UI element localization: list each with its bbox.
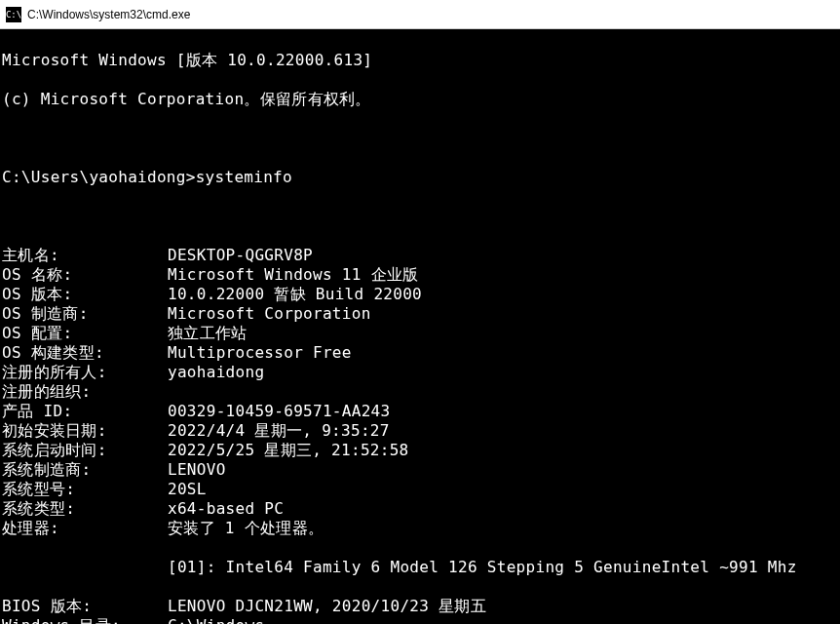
info-row: 系统制造商:LENOVO: [2, 460, 838, 480]
info-value: yaohaidong: [168, 363, 264, 382]
info-row: 处理器:安装了 1 个处理器。: [2, 519, 838, 538]
info-row: OS 配置:独立工作站: [2, 324, 838, 343]
info-label: Windows 目录:: [2, 616, 168, 624]
info-value: 00329-10459-69571-AA243: [168, 402, 390, 421]
info-value: 独立工作站: [168, 324, 248, 343]
info-label: OS 构建类型:: [2, 343, 168, 363]
processor-detail: [01]: Intel64 Family 6 Model 126 Steppin…: [168, 558, 838, 577]
info-row: 注册的所有人:yaohaidong: [2, 363, 838, 382]
info-label: 系统型号:: [2, 480, 168, 499]
info-label: OS 制造商:: [2, 304, 168, 324]
info-row: 系统类型:x64-based PC: [2, 499, 838, 519]
info-value: 2022/4/4 星期一, 9:35:27: [168, 421, 390, 441]
terminal-output: Microsoft Windows [版本 10.0.22000.613] (c…: [0, 29, 840, 624]
info-label: 注册的组织:: [2, 382, 168, 402]
info-value: Microsoft Windows 11 企业版: [168, 265, 419, 285]
info-row: 主机名:DESKTOP-QGGRV8P: [2, 246, 838, 265]
info-row: OS 名称:Microsoft Windows 11 企业版: [2, 265, 838, 285]
info-label: 系统制造商:: [2, 460, 168, 480]
info-label: 初始安装日期:: [2, 421, 168, 441]
info-value: 安装了 1 个处理器。: [168, 519, 324, 538]
info-row: BIOS 版本:LENOVO DJCN21WW, 2020/10/23 星期五: [2, 597, 838, 616]
info-label: 注册的所有人:: [2, 363, 168, 382]
info-value: 10.0.22000 暂缺 Build 22000: [168, 285, 422, 304]
info-row: 系统启动时间:2022/5/25 星期三, 21:52:58: [2, 441, 838, 460]
info-label: 系统启动时间:: [2, 441, 168, 460]
info-row: 系统型号:20SL: [2, 480, 838, 499]
info-label: 产品 ID:: [2, 402, 168, 421]
window-title: C:\Windows\system32\cmd.exe: [27, 8, 190, 21]
info-row: Windows 目录:C:\Windows: [2, 616, 838, 624]
info-label: 系统类型:: [2, 499, 168, 519]
info-row: 产品 ID:00329-10459-69571-AA243: [2, 402, 838, 421]
info-label: BIOS 版本:: [2, 597, 168, 616]
info-row: OS 制造商:Microsoft Corporation: [2, 304, 838, 324]
info-value: 20SL: [168, 480, 207, 499]
info-label: 主机名:: [2, 246, 168, 265]
info-value: x64-based PC: [168, 499, 284, 519]
prompt-command: systeminfo: [196, 168, 292, 186]
info-value: 2022/5/25 星期三, 21:52:58: [168, 441, 409, 460]
info-value: LENOVO: [168, 460, 226, 480]
info-value: Multiprocessor Free: [168, 343, 352, 363]
header-line-2: (c) Microsoft Corporation。保留所有权利。: [2, 90, 838, 109]
window-titlebar[interactable]: C:\ C:\Windows\system32\cmd.exe: [0, 0, 840, 29]
info-row: 初始安装日期:2022/4/4 星期一, 9:35:27: [2, 421, 838, 441]
blank-line: [2, 207, 838, 226]
info-label: OS 名称:: [2, 265, 168, 285]
info-row: OS 构建类型:Multiprocessor Free: [2, 343, 838, 363]
info-row: OS 版本:10.0.22000 暂缺 Build 22000: [2, 285, 838, 304]
info-label: OS 配置:: [2, 324, 168, 343]
info-value: LENOVO DJCN21WW, 2020/10/23 星期五: [168, 597, 486, 616]
blank-line: [2, 129, 838, 148]
info-row: 注册的组织:: [2, 382, 838, 402]
prompt-line: C:\Users\yaohaidong>systeminfo: [2, 168, 838, 187]
info-label: OS 版本:: [2, 285, 168, 304]
header-line-1: Microsoft Windows [版本 10.0.22000.613]: [2, 51, 838, 70]
cmd-icon: C:\: [6, 7, 21, 22]
info-value: DESKTOP-QGGRV8P: [168, 246, 313, 265]
systeminfo-section: 主机名:DESKTOP-QGGRV8POS 名称:Microsoft Windo…: [2, 246, 838, 538]
info-label: 处理器:: [2, 519, 168, 538]
systeminfo-section-2: BIOS 版本:LENOVO DJCN21WW, 2020/10/23 星期五W…: [2, 597, 838, 624]
prompt-path: C:\Users\yaohaidong>: [2, 168, 196, 186]
info-value: C:\Windows: [168, 616, 264, 624]
info-value: Microsoft Corporation: [168, 304, 371, 324]
